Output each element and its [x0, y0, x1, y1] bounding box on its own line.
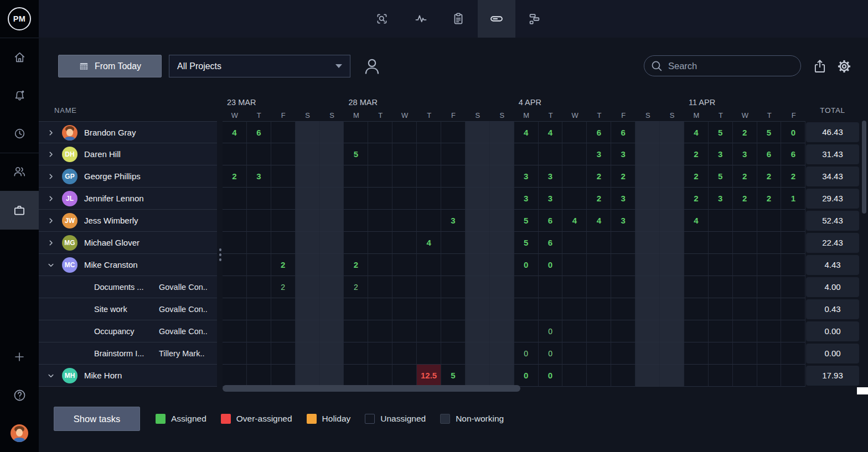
allocation-cell[interactable]: 3 [611, 210, 636, 232]
allocation-cell[interactable] [271, 143, 296, 165]
allocation-cell[interactable]: 2 [344, 276, 368, 298]
allocation-cell[interactable] [368, 320, 392, 342]
allocation-cell[interactable] [223, 254, 247, 276]
allocation-cell[interactable] [660, 365, 684, 387]
allocation-cell[interactable] [296, 298, 320, 320]
project-filter-select[interactable]: All Projects [169, 55, 350, 77]
allocation-cell[interactable] [562, 365, 587, 387]
top-tab-workload[interactable] [478, 0, 515, 38]
allocation-cell[interactable]: 5 [709, 121, 733, 143]
allocation-cell[interactable]: 2 [733, 188, 757, 210]
allocation-cell[interactable]: 0 [781, 121, 805, 143]
allocation-cell[interactable] [636, 365, 660, 387]
allocation-cell[interactable] [660, 121, 684, 143]
task-name-cell[interactable]: Documents ...Govalle Con.. [39, 276, 217, 298]
task-name-cell[interactable]: Site workGovalle Con.. [39, 298, 217, 320]
allocation-cell[interactable]: 2 [757, 188, 782, 210]
allocation-cell[interactable] [660, 143, 684, 165]
allocation-cell[interactable] [417, 143, 441, 165]
allocation-cell[interactable] [247, 365, 271, 387]
allocation-cell[interactable] [733, 254, 757, 276]
chevron-right-icon[interactable] [47, 129, 55, 137]
allocation-cell[interactable] [223, 365, 247, 387]
allocation-cell[interactable] [368, 143, 392, 165]
person-name-cell[interactable]: JWJess Wimberly [39, 210, 217, 232]
allocation-cell[interactable]: 4 [223, 121, 247, 143]
allocation-cell[interactable]: 2 [684, 188, 709, 210]
allocation-cell[interactable]: 0 [539, 320, 563, 342]
allocation-cell[interactable] [781, 320, 805, 342]
chevron-right-icon[interactable] [47, 173, 55, 180]
allocation-cell[interactable] [320, 210, 344, 232]
allocation-cell[interactable] [392, 342, 417, 365]
allocation-cell[interactable] [296, 232, 320, 254]
allocation-cell[interactable] [709, 276, 733, 298]
allocation-cell[interactable] [636, 320, 660, 342]
allocation-cell[interactable] [392, 232, 417, 254]
allocation-cell[interactable] [781, 365, 805, 387]
allocation-cell[interactable] [660, 165, 684, 188]
allocation-cell[interactable]: 3 [587, 143, 611, 165]
allocation-cell[interactable] [781, 276, 805, 298]
allocation-cell[interactable] [562, 165, 587, 188]
allocation-cell[interactable] [392, 210, 417, 232]
allocation-cell[interactable] [441, 276, 466, 298]
allocation-cell[interactable] [368, 210, 392, 232]
allocation-cell[interactable]: 4 [514, 121, 539, 143]
allocation-cell[interactable]: 3 [539, 165, 563, 188]
allocation-cell[interactable]: 2 [223, 165, 247, 188]
allocation-cell[interactable]: 12.5 [417, 365, 441, 387]
allocation-cell[interactable] [587, 320, 611, 342]
allocation-cell[interactable]: 1 [781, 188, 805, 210]
allocation-cell[interactable] [417, 298, 441, 320]
allocation-cell[interactable] [757, 342, 782, 365]
show-tasks-button[interactable]: Show tasks [54, 407, 140, 431]
allocation-cell[interactable] [587, 342, 611, 365]
allocation-cell[interactable] [344, 232, 368, 254]
allocation-cell[interactable]: 3 [709, 188, 733, 210]
person-name-cell[interactable]: DHDaren Hill [39, 143, 217, 165]
allocation-cell[interactable] [490, 143, 514, 165]
allocation-cell[interactable] [733, 232, 757, 254]
allocation-cell[interactable] [296, 320, 320, 342]
allocation-cell[interactable] [660, 232, 684, 254]
allocation-cell[interactable] [757, 365, 782, 387]
allocation-cell[interactable] [611, 365, 636, 387]
allocation-cell[interactable] [368, 365, 392, 387]
allocation-cell[interactable]: 2 [733, 121, 757, 143]
allocation-cell[interactable] [636, 143, 660, 165]
allocation-cell[interactable]: 4 [539, 121, 563, 143]
allocation-cell[interactable] [562, 298, 587, 320]
allocation-cell[interactable] [271, 232, 296, 254]
allocation-cell[interactable] [466, 121, 490, 143]
allocation-cell[interactable] [684, 232, 709, 254]
task-name-cell[interactable]: Brainstorm I...Tillery Mark.. [39, 342, 217, 365]
task-name-cell[interactable]: OccupancyGovalle Con.. [39, 320, 217, 342]
allocation-cell[interactable] [417, 320, 441, 342]
allocation-cell[interactable] [781, 210, 805, 232]
allocation-cell[interactable] [562, 320, 587, 342]
allocation-cell[interactable] [247, 276, 271, 298]
allocation-cell[interactable] [271, 165, 296, 188]
allocation-cell[interactable] [466, 276, 490, 298]
allocation-cell[interactable] [490, 298, 514, 320]
allocation-cell[interactable] [441, 165, 466, 188]
allocation-cell[interactable] [611, 342, 636, 365]
allocation-cell[interactable] [392, 121, 417, 143]
top-tab-zoom-search[interactable] [363, 0, 401, 38]
sidebar-item-profile[interactable] [0, 424, 39, 443]
allocation-cell[interactable] [709, 232, 733, 254]
allocation-cell[interactable] [660, 254, 684, 276]
allocation-cell[interactable] [636, 232, 660, 254]
allocation-cell[interactable] [733, 365, 757, 387]
allocation-cell[interactable] [247, 254, 271, 276]
chevron-right-icon[interactable] [47, 195, 55, 202]
allocation-cell[interactable] [296, 210, 320, 232]
allocation-cell[interactable] [441, 298, 466, 320]
allocation-cell[interactable] [368, 121, 392, 143]
allocation-cell[interactable] [271, 320, 296, 342]
sidebar-item-projects[interactable] [0, 191, 39, 230]
allocation-cell[interactable] [562, 143, 587, 165]
allocation-cell[interactable] [344, 365, 368, 387]
allocation-cell[interactable]: 0 [539, 365, 563, 387]
